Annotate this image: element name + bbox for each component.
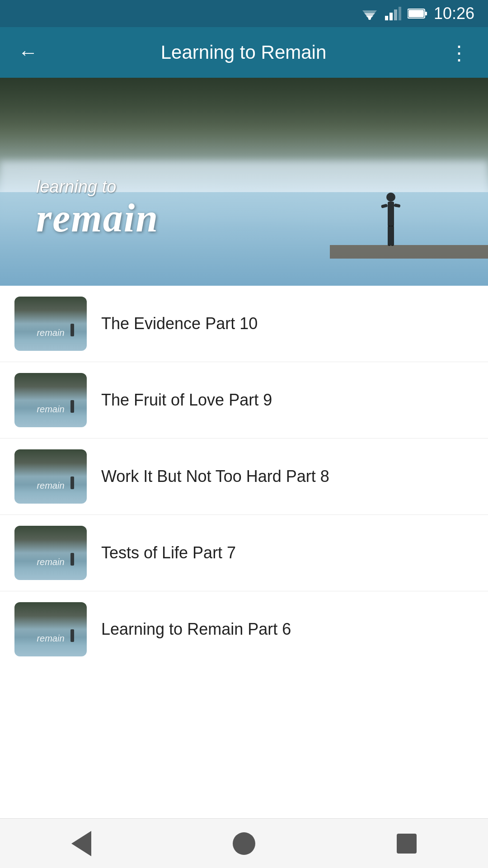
signal-icon xyxy=(385,7,401,20)
episode-title-5: Learning to Remain Part 6 xyxy=(101,619,291,640)
hero-banner: learning to remain xyxy=(0,78,488,286)
more-menu-button[interactable]: ⋮ xyxy=(446,38,474,68)
status-icons: 10:26 xyxy=(361,4,474,23)
hero-text-large: remain xyxy=(36,197,159,241)
hero-text-small: learning to xyxy=(36,178,159,197)
nav-stop-button[interactable] xyxy=(389,826,425,862)
episode-thumbnail-5 xyxy=(14,602,87,656)
hero-figure xyxy=(380,192,402,255)
episode-title-4: Tests of Life Part 7 xyxy=(101,542,236,564)
content-wrapper: learning to remain The Evidence Part 10 … xyxy=(0,78,488,717)
svg-rect-13 xyxy=(388,226,391,246)
hero-text: learning to remain xyxy=(36,178,159,241)
app-bar: ← Learning to Remain ⋮ xyxy=(0,27,488,78)
episode-thumbnail-2 xyxy=(14,373,87,427)
svg-rect-10 xyxy=(408,10,424,17)
wifi-icon xyxy=(361,7,379,20)
svg-point-11 xyxy=(386,193,395,202)
svg-rect-12 xyxy=(388,202,394,226)
bottom-nav xyxy=(0,818,488,868)
nav-home-button[interactable] xyxy=(226,826,262,862)
hero-dock xyxy=(330,245,488,259)
svg-rect-15 xyxy=(381,204,388,208)
episode-item[interactable]: Learning to Remain Part 6 xyxy=(0,591,488,667)
episode-item[interactable]: The Fruit of Love Part 9 xyxy=(0,362,488,439)
stop-square-icon xyxy=(397,834,417,854)
episode-thumbnail-4 xyxy=(14,526,87,580)
episode-thumbnail-3 xyxy=(14,449,87,504)
svg-rect-14 xyxy=(391,226,394,246)
back-triangle-icon xyxy=(71,831,91,856)
episode-title-1: The Evidence Part 10 xyxy=(101,313,258,335)
nav-back-button[interactable] xyxy=(63,826,99,862)
app-bar-title: Learning to Remain xyxy=(52,42,435,63)
episode-title-3: Work It But Not Too Hard Part 8 xyxy=(101,466,329,487)
back-button[interactable]: ← xyxy=(14,39,42,66)
episode-item[interactable]: Work It But Not Too Hard Part 8 xyxy=(0,439,488,515)
svg-rect-6 xyxy=(394,9,397,20)
status-bar: 10:26 xyxy=(0,0,488,27)
episode-thumbnail-1 xyxy=(14,297,87,351)
svg-rect-7 xyxy=(399,7,401,20)
episode-list: The Evidence Part 10 The Fruit of Love P… xyxy=(0,286,488,667)
battery-icon xyxy=(408,8,427,19)
status-time: 10:26 xyxy=(434,4,474,23)
episode-item[interactable]: The Evidence Part 10 xyxy=(0,286,488,362)
episode-item[interactable]: Tests of Life Part 7 xyxy=(0,515,488,591)
episode-title-2: The Fruit of Love Part 9 xyxy=(101,390,272,411)
home-circle-icon xyxy=(233,832,255,855)
svg-rect-4 xyxy=(385,16,388,20)
svg-point-3 xyxy=(368,17,371,20)
svg-rect-9 xyxy=(425,12,427,15)
svg-rect-16 xyxy=(394,203,400,208)
svg-rect-5 xyxy=(389,13,393,20)
